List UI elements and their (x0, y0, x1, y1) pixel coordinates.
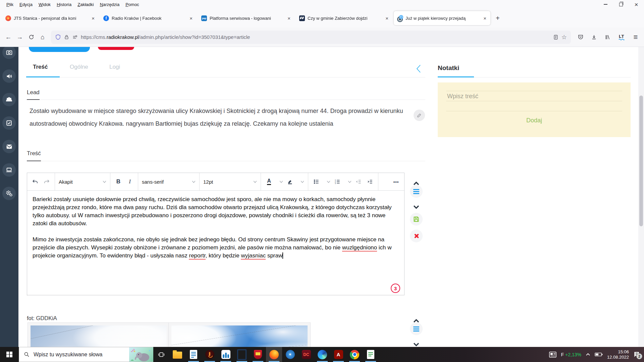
ticker[interactable]: F +2,13% (561, 352, 581, 357)
menu-widok[interactable]: Widok (36, 1, 54, 8)
taskbar-firefox[interactable] (266, 347, 282, 362)
format-dropdown[interactable]: Akapit (55, 173, 110, 190)
italic-button[interactable]: I (125, 176, 134, 187)
add-note-button[interactable]: Dodaj (438, 117, 631, 124)
url-text[interactable]: https://cms.radiokrakow.pl/admin.php/art… (81, 34, 550, 40)
scrollbar-thumb[interactable] (639, 96, 643, 226)
tab-close-icon[interactable]: × (287, 15, 291, 21)
tab-zabierzow[interactable]: Czy w gminie Zabierzów dojdzi × (296, 11, 392, 25)
primary-action-button-cut[interactable] (29, 47, 90, 52)
taskbar-compass-app[interactable]: ✶ (282, 347, 298, 362)
library-button[interactable] (602, 32, 613, 43)
home-button[interactable]: ⌂ (37, 32, 48, 43)
more-tools-button[interactable]: ••• (392, 176, 400, 187)
sidebar-users-button[interactable] (2, 93, 16, 106)
undo-button[interactable] (31, 176, 40, 187)
tab-jts-stanica[interactable]: ★ JTS Stanica - pensjonat dla koni × (2, 11, 99, 25)
menu-edycja[interactable]: Edycja (16, 1, 36, 8)
tray-expand-chevron-icon[interactable] (586, 353, 590, 356)
battery-icon[interactable] (595, 352, 603, 357)
collapse-panel-button[interactable] (416, 64, 421, 73)
taskbar-audacity[interactable] (202, 347, 218, 362)
move-photos-down-button[interactable] (410, 338, 423, 347)
photo-thumbnail-1[interactable] (28, 322, 170, 347)
chevron-down-icon[interactable] (327, 181, 330, 183)
menu-narzedzia[interactable]: Narzędzia (97, 1, 123, 8)
taskbar-calc[interactable] (363, 347, 379, 362)
taskbar-blue-people-app[interactable] (218, 347, 234, 362)
taskbar-edge[interactable] (314, 347, 330, 362)
sidebar-tasks-button[interactable] (2, 116, 16, 130)
pocket-button[interactable] (575, 32, 586, 43)
bookmark-star-icon[interactable]: ☆ (561, 34, 567, 41)
tab-close-icon[interactable]: × (189, 15, 193, 21)
photos-menu-button[interactable] (410, 322, 423, 335)
bold-button[interactable]: B (114, 176, 123, 187)
app-menu-button[interactable]: ≡ (630, 32, 641, 43)
languagetool-extension-button[interactable]: LT (616, 32, 627, 43)
tab-active-cms-article[interactable]: Już w piątek kierowcy przejadą × (394, 11, 490, 25)
tab-ogolne[interactable]: Ogólne (70, 64, 88, 70)
tab-platforma-serwisowa[interactable]: pap Platforma serwisowa - logowani × (198, 11, 294, 25)
tracking-shield-icon[interactable] (55, 34, 61, 40)
menu-pomoc[interactable]: Pomoc (122, 1, 142, 8)
taskbar-search[interactable]: Wpisz tu wyszukiwane słowa (19, 347, 153, 362)
indent-button[interactable] (366, 176, 374, 187)
fontsize-dropdown[interactable]: 12pt (200, 173, 261, 190)
chevron-down-icon[interactable] (301, 181, 304, 183)
notification-center-button[interactable]: 2 (633, 351, 640, 358)
secondary-action-button-cut[interactable] (98, 47, 134, 50)
lead-text[interactable]: Zostało wybudowane w miejsce starego skr… (30, 105, 414, 130)
sidebar-settings-button[interactable] (2, 187, 16, 200)
back-button[interactable]: ← (3, 32, 14, 43)
start-button[interactable] (0, 347, 19, 362)
numbered-list-button[interactable]: 123 (333, 176, 342, 187)
sidebar-mail-button[interactable] (2, 140, 16, 153)
clock[interactable]: 15:06 12.08.2022 (607, 349, 629, 360)
move-block-down-button[interactable] (410, 200, 423, 213)
tab-logi[interactable]: Logi (109, 64, 120, 70)
tab-facebook[interactable]: f Radio Kraków | Facebook × (100, 11, 197, 25)
tab-close-icon[interactable]: × (483, 15, 487, 21)
url-bar[interactable]: https://cms.radiokrakow.pl/admin.php/art… (51, 31, 571, 44)
tab-close-icon[interactable]: × (91, 15, 95, 21)
menu-zakladki[interactable]: Zakładki (74, 1, 97, 8)
menu-plik[interactable]: Plik (3, 1, 16, 8)
tab-close-icon[interactable]: × (385, 15, 389, 21)
reload-button[interactable] (25, 32, 37, 43)
tab-tresc[interactable]: Treść (33, 64, 48, 70)
close-button[interactable]: × (629, 0, 644, 9)
sidebar-audio-button[interactable] (2, 69, 16, 83)
outdent-button[interactable] (354, 176, 363, 187)
block-menu-button[interactable] (410, 185, 423, 198)
editor-content[interactable]: Barierki zostały usunięte dosłownie prze… (27, 191, 404, 273)
spellcheck-error-count-badge[interactable]: 3 (391, 284, 400, 293)
sidebar-media-button[interactable] (2, 47, 16, 59)
bullet-list-button[interactable] (312, 176, 321, 187)
taskbar-acrobat[interactable]: A (330, 347, 346, 362)
news-widget-icon[interactable] (549, 351, 557, 358)
lock-icon[interactable] (64, 35, 69, 40)
task-view-button[interactable] (153, 347, 169, 362)
edit-lead-button[interactable] (414, 110, 425, 121)
taskbar-shield-app[interactable] (250, 347, 266, 362)
save-block-button[interactable] (410, 213, 423, 226)
chevron-down-icon[interactable] (279, 181, 283, 183)
highlight-color-button[interactable] (286, 176, 294, 187)
photo-thumbnail-2[interactable] (168, 322, 311, 347)
restore-button[interactable] (613, 0, 629, 9)
taskbar-file-explorer[interactable] (169, 347, 185, 362)
redo-button[interactable] (42, 176, 51, 187)
sidebar-devices-button[interactable] (2, 163, 16, 177)
taskbar-device-app[interactable] (234, 347, 250, 362)
font-dropdown[interactable]: sans-serif (138, 173, 200, 190)
downloads-button[interactable] (588, 32, 600, 43)
text-color-button[interactable]: A (265, 176, 273, 187)
forward-button[interactable]: → (14, 32, 25, 43)
taskbar-chrome[interactable] (346, 347, 363, 362)
delete-block-button[interactable] (410, 230, 423, 242)
menu-historia[interactable]: Historia (54, 1, 74, 8)
new-tab-button[interactable]: + (492, 13, 504, 23)
taskbar-double-commander[interactable]: DC (298, 347, 314, 362)
minimize-button[interactable] (598, 0, 613, 9)
